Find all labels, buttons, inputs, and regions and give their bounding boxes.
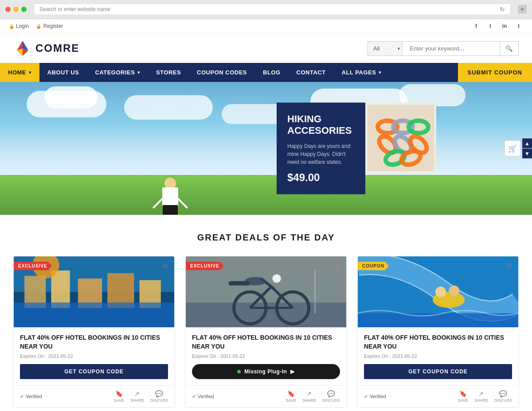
- register-link[interactable]: Register: [36, 23, 63, 29]
- hero-product-image: [365, 103, 436, 174]
- nav-home[interactable]: HOME ▾: [0, 63, 39, 82]
- login-link[interactable]: Login: [9, 23, 29, 29]
- share-action-2[interactable]: ↗ SHARE: [302, 390, 316, 403]
- nav-all-pages[interactable]: ALL PAGES ▾: [334, 63, 389, 82]
- person-pants: [163, 205, 178, 215]
- refresh-icon[interactable]: ↻: [500, 6, 505, 13]
- nav-contact[interactable]: CONTACT: [289, 63, 334, 82]
- svg-rect-16: [51, 271, 70, 308]
- svg-point-37: [449, 286, 459, 296]
- hero-product-price: $49.00: [287, 171, 355, 183]
- save-action-3[interactable]: 🔖 SAVE: [458, 390, 468, 403]
- share-icon-3: ↗: [478, 390, 484, 397]
- search-icon: 🔍: [505, 45, 513, 52]
- search-button[interactable]: 🔍: [500, 41, 519, 56]
- linkedin-icon[interactable]: in: [500, 22, 509, 31]
- nav-about[interactable]: ABOUT US: [39, 63, 87, 82]
- nav-blog[interactable]: BLOG: [255, 63, 289, 82]
- address-bar[interactable]: Search or enter website name ↻: [34, 4, 511, 15]
- share-icon: ↗: [134, 390, 140, 397]
- discuss-action-3[interactable]: 💬 DISCUSS: [494, 390, 512, 403]
- discuss-label: DISCUSS: [150, 398, 168, 403]
- search-category-wrapper: All Coupons Stores Deals: [368, 41, 403, 56]
- cart-symbol: 🛒: [508, 144, 517, 153]
- new-tab-button[interactable]: +: [518, 5, 527, 14]
- deal-card-2-image-wrapper: EXCLUSIVE ☆: [186, 256, 346, 327]
- deal-card-2: EXCLUSIVE ☆ FLAT 40% OFF HOTEL BOOKINGS …: [185, 256, 347, 407]
- deal-card-2-title: FLAT 40% OFF HOTEL BOOKINGS IN 10 CITIES…: [192, 333, 340, 351]
- minimize-dot[interactable]: [13, 7, 19, 12]
- discuss-action-2[interactable]: 💬 DISCUSS: [322, 390, 340, 403]
- search-area: All Coupons Stores Deals 🔍: [368, 41, 519, 56]
- svg-point-30: [272, 274, 281, 283]
- nav-categories-arrow: ▾: [137, 70, 140, 75]
- deal-card-3-footer: ✔ Verified 🔖 SAVE ↗ SHARE 💬: [358, 385, 518, 407]
- top-bar: Login Register f t in t: [0, 19, 532, 34]
- save-action-2[interactable]: 🔖 SAVE: [286, 390, 296, 403]
- save-action-1[interactable]: 🔖 SAVE: [114, 390, 124, 403]
- deal-card-3-button[interactable]: GET COUPON CODE: [364, 364, 512, 379]
- browser-dots: [5, 7, 27, 12]
- chain-image: [368, 105, 434, 171]
- svg-point-36: [435, 287, 446, 297]
- discuss-label-2: DISCUSS: [322, 398, 340, 403]
- save-icon: 🔖: [115, 390, 123, 397]
- deal-card-1-actions: 🔖 SAVE ↗ SHARE 💬 DISCUSS: [114, 390, 168, 403]
- deal-card-3: COUPON ☆ FLAT 40% OFF HOTEL BOOKINGS IN …: [357, 256, 519, 407]
- scroll-up-arrow[interactable]: ▲: [522, 139, 532, 148]
- nav-stores[interactable]: STORES: [148, 63, 189, 82]
- logo-icon: [13, 39, 32, 58]
- close-dot[interactable]: [5, 7, 11, 12]
- deal-card-2-star[interactable]: ☆: [334, 261, 341, 271]
- deal-card-3-star[interactable]: ☆: [506, 261, 513, 271]
- deal-card-3-verified: ✔ Verified: [364, 394, 386, 399]
- scroll-arrows: ▲ ▼: [522, 139, 532, 159]
- browser-chrome: Search or enter website name ↻ +: [0, 0, 532, 19]
- hero-product-card: HIKING ACCESORIES Happy Days are yours a…: [277, 103, 365, 194]
- save-label: SAVE: [114, 398, 124, 403]
- hero-product-description: Happy Days are yours and mine Happy Days…: [287, 142, 355, 166]
- nav-all-pages-arrow: ▾: [379, 70, 381, 75]
- deal-card-1-button[interactable]: GET COUPON CODE: [20, 364, 168, 379]
- deals-grid: EXCLUSIVE ☆ FLAT 40% OFF HOTEL BOOKINGS …: [13, 256, 519, 407]
- share-label-2: SHARE: [302, 398, 316, 403]
- deal-card-2-actions: 🔖 SAVE ↗ SHARE 💬 DISCUSS: [286, 390, 340, 403]
- maximize-dot[interactable]: [21, 7, 27, 12]
- share-action-1[interactable]: ↗ SHARE: [130, 390, 144, 403]
- search-input[interactable]: [403, 41, 500, 56]
- deal-card-3-actions: 🔖 SAVE ↗ SHARE 💬 DISCUSS: [458, 390, 512, 403]
- deal-card-1-expires: Expires On : 2021-05-22: [20, 353, 168, 359]
- verified-check-icon: ✔: [20, 394, 24, 399]
- submit-coupon-button[interactable]: SUBMIT COUPON: [458, 63, 532, 82]
- deal-card-1-image-wrapper: EXCLUSIVE ☆: [14, 256, 174, 327]
- save-icon-2: 🔖: [287, 390, 295, 397]
- nav-coupon-codes[interactable]: COUPON CODES: [189, 63, 255, 82]
- deal-card-3-expires: Expires On : 2021-05-22: [364, 353, 512, 359]
- discuss-action-1[interactable]: 💬 DISCUSS: [150, 390, 168, 403]
- cart-icon[interactable]: 🛒: [505, 140, 520, 156]
- plugin-arrow: ▶: [290, 368, 295, 375]
- discuss-icon-3: 💬: [499, 390, 507, 397]
- nav-categories[interactable]: CATEGORIES ▾: [87, 63, 148, 82]
- scroll-down-arrow[interactable]: ▼: [522, 149, 532, 159]
- discuss-icon-2: 💬: [327, 390, 335, 397]
- twitter-icon[interactable]: t: [486, 22, 495, 31]
- tumblr-icon[interactable]: t: [514, 22, 523, 31]
- social-links: f t in t: [472, 22, 523, 31]
- facebook-icon[interactable]: f: [472, 22, 481, 31]
- logo-text: COMRE: [35, 42, 79, 54]
- search-category-select[interactable]: All Coupons Stores Deals: [368, 41, 403, 56]
- top-bar-links: Login Register: [9, 23, 63, 29]
- deal-card-2-button[interactable]: Missing Plug-In ▶: [192, 364, 340, 379]
- deal-card-1-verified: ✔ Verified: [20, 394, 42, 399]
- deal-card-3-image-wrapper: COUPON ☆: [358, 256, 518, 327]
- deal-card-1-star[interactable]: ☆: [162, 261, 169, 271]
- deal-card-1-title: FLAT 40% OFF HOTEL BOOKINGS IN 10 CITIES…: [20, 333, 168, 351]
- hero-cards: HIKING ACCESORIES Happy Days are yours a…: [277, 103, 436, 194]
- main-nav: HOME ▾ ABOUT US CATEGORIES ▾ STORES COUP…: [0, 63, 532, 82]
- header: COMRE All Coupons Stores Deals 🔍: [0, 34, 532, 63]
- save-label-2: SAVE: [286, 398, 296, 403]
- share-action-3[interactable]: ↗ SHARE: [474, 390, 488, 403]
- logo[interactable]: COMRE: [13, 39, 79, 58]
- hero-grass: [0, 175, 532, 215]
